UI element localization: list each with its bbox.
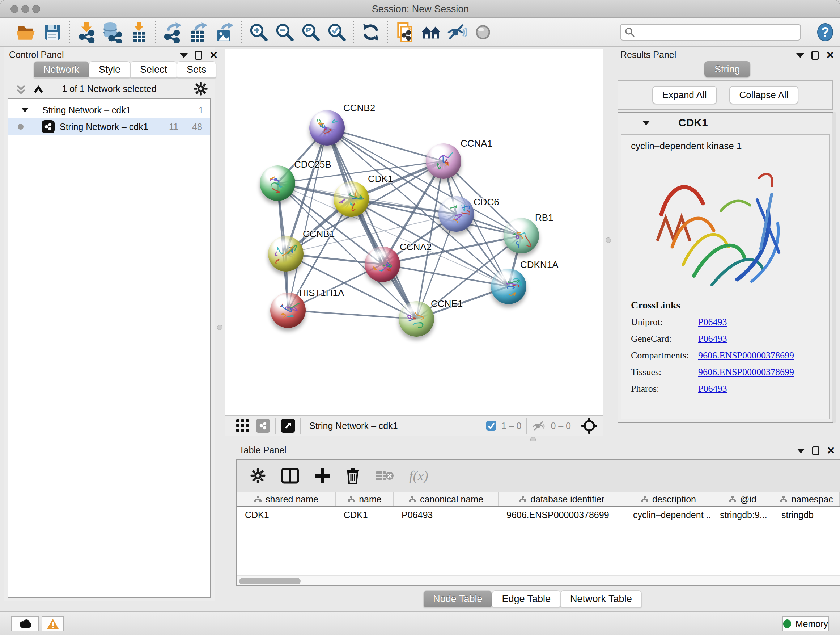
search-input[interactable] <box>635 27 791 37</box>
table-cell[interactable]: CDK1 <box>237 507 336 523</box>
cloud-status-button[interactable] <box>11 616 39 631</box>
share-document-button[interactable] <box>392 21 418 44</box>
tab-select[interactable]: Select <box>130 61 177 78</box>
network-badge-icon[interactable] <box>256 418 270 433</box>
tab-string[interactable]: String <box>704 61 750 77</box>
column-header-3[interactable]: database identifier <box>499 492 625 507</box>
float-panel-icon[interactable] <box>812 51 819 60</box>
tab-network-table[interactable]: Network Table <box>561 591 642 607</box>
refresh-button[interactable] <box>358 21 384 44</box>
hide-selected-button[interactable] <box>444 21 470 44</box>
tab-style[interactable]: Style <box>89 61 130 78</box>
node-CDC6[interactable] <box>439 196 474 232</box>
zoom-selected-button[interactable] <box>324 21 350 44</box>
right-splitter-handle[interactable] <box>606 238 611 243</box>
export-image-button[interactable] <box>212 21 238 44</box>
panel-menu-icon[interactable] <box>796 53 804 58</box>
column-header-4[interactable]: description <box>625 492 712 507</box>
scrollbar-thumb[interactable] <box>239 578 301 584</box>
node-CCNA1[interactable] <box>426 143 461 179</box>
help-button[interactable]: ? <box>815 22 835 44</box>
zoom-fit-button[interactable] <box>298 21 324 44</box>
node-CCNB2[interactable] <box>309 110 345 146</box>
node-RB1[interactable] <box>504 218 539 253</box>
close-panel-icon[interactable]: ✕ <box>826 51 834 60</box>
add-column-icon[interactable] <box>314 468 330 484</box>
hidden-eye-icon[interactable] <box>532 420 546 432</box>
column-header-6[interactable]: namespac <box>774 492 840 507</box>
node-CCNE1[interactable] <box>399 301 434 337</box>
close-panel-icon[interactable]: ✕ <box>827 447 835 455</box>
table-cell[interactable]: CDK1 <box>336 507 393 523</box>
tab-edge-table[interactable]: Edge Table <box>492 591 561 607</box>
memory-button[interactable]: Memory <box>783 616 829 631</box>
crosslink-link[interactable]: P06493 <box>698 383 727 394</box>
zoom-in-button[interactable] <box>246 21 272 44</box>
node-CDC25B[interactable] <box>260 165 295 201</box>
grid-view-icon[interactable] <box>235 418 250 433</box>
node-CDKN1A[interactable] <box>491 269 526 304</box>
table-cell[interactable]: cyclin–dependent ... <box>625 507 712 523</box>
collapse-all-button[interactable]: Collapse All <box>729 86 799 104</box>
home-button[interactable] <box>418 21 444 44</box>
left-splitter-handle[interactable] <box>217 325 223 330</box>
show-all-button[interactable] <box>470 21 496 44</box>
function-builder-icon[interactable]: f(x) <box>409 468 428 484</box>
import-network-button[interactable] <box>73 21 99 44</box>
birds-eye-view-icon[interactable] <box>581 418 597 434</box>
table-row[interactable]: CDK1CDK1P064939606.ENSP00000378699cyclin… <box>237 507 840 523</box>
export-network-button[interactable] <box>159 21 186 44</box>
network-options-gear-icon[interactable] <box>194 81 208 96</box>
table-cell[interactable]: stringdb <box>774 507 840 523</box>
gene-expander-icon[interactable] <box>642 120 650 125</box>
float-panel-icon[interactable] <box>812 447 819 455</box>
table-cell[interactable]: P06493 <box>393 507 499 523</box>
panel-menu-icon[interactable] <box>180 53 188 58</box>
crosslink-link[interactable]: P06493 <box>698 333 727 344</box>
delete-column-trash-icon[interactable] <box>346 467 360 484</box>
zoom-out-button[interactable] <box>272 21 298 44</box>
import-database-button[interactable] <box>99 21 126 44</box>
open-in-window-icon[interactable] <box>281 418 295 433</box>
column-header-2[interactable]: canonical name <box>393 492 499 507</box>
tab-sets[interactable]: Sets <box>177 61 216 78</box>
panel-menu-icon[interactable] <box>797 448 805 453</box>
crosslink-link[interactable]: 9606.ENSP00000378699 <box>698 350 794 361</box>
expand-all-button[interactable]: Expand All <box>652 86 717 104</box>
column-header-0[interactable]: shared name <box>237 492 336 507</box>
tab-node-table[interactable]: Node Table <box>423 591 492 607</box>
float-panel-icon[interactable] <box>195 51 202 60</box>
show-eye-icon <box>472 22 493 43</box>
column-header-5[interactable]: @id <box>712 492 774 507</box>
crosslink-link[interactable]: 9606.ENSP00000378699 <box>698 367 794 378</box>
table-settings-gear-icon[interactable] <box>250 468 266 484</box>
node-CCNA2[interactable] <box>365 247 400 282</box>
export-table-button[interactable] <box>186 21 212 44</box>
warning-status-button[interactable] <box>42 616 64 631</box>
import-table-button[interactable] <box>126 21 152 44</box>
open-file-button[interactable] <box>13 21 39 44</box>
edge-HIST1H1A-CCNE1[interactable] <box>288 310 416 319</box>
network-canvas[interactable]: CCNB2CCNA1CDC25BCDK1CDC6RB1CCNB1CCNA2CDK… <box>225 49 603 415</box>
edge-CCNB2-HIST1H1A[interactable] <box>288 128 327 310</box>
table-cell[interactable]: 9606.ENSP00000378699 <box>499 507 625 523</box>
tab-network[interactable]: Network <box>34 61 89 78</box>
table-horizontal-scrollbar[interactable] <box>237 576 840 585</box>
results-scrollbar[interactable] <box>832 112 836 423</box>
node-CCNB1[interactable] <box>268 236 303 272</box>
selected-checkbox-icon[interactable] <box>485 420 497 432</box>
collection-expander-icon[interactable] <box>21 108 28 112</box>
split-columns-icon[interactable] <box>281 468 299 484</box>
node-CDK1[interactable] <box>333 181 369 217</box>
network-collection-row[interactable]: String Network – cdk1 1 <box>8 102 210 119</box>
table-cell[interactable]: stringdb:9... <box>712 507 774 523</box>
edge-CCNB2-CCNA1[interactable] <box>327 128 444 161</box>
network-row-selected[interactable]: String Network – cdk1 11 48 <box>8 119 210 135</box>
gene-section-header[interactable]: CDK1 <box>618 112 832 133</box>
crosslink-link[interactable]: P06493 <box>698 317 727 328</box>
column-header-1[interactable]: name <box>336 492 393 507</box>
close-panel-icon[interactable]: ✕ <box>210 51 218 60</box>
net-toolbar-separator <box>576 418 576 434</box>
delete-table-icon[interactable] <box>375 469 394 483</box>
save-session-button[interactable] <box>39 21 65 44</box>
